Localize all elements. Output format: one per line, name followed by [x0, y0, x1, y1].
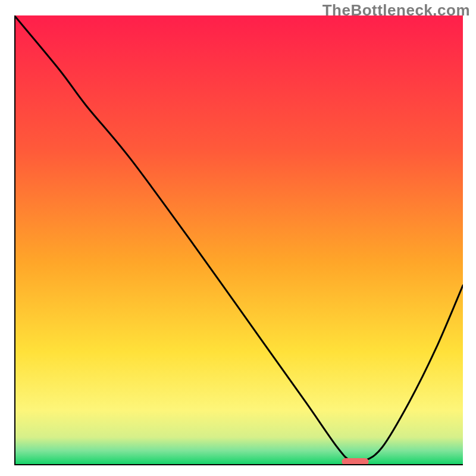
chart-svg [14, 15, 463, 465]
gradient-background [15, 15, 463, 464]
chart-frame: TheBottleneck.com [0, 0, 476, 476]
chart-plot [14, 15, 463, 465]
